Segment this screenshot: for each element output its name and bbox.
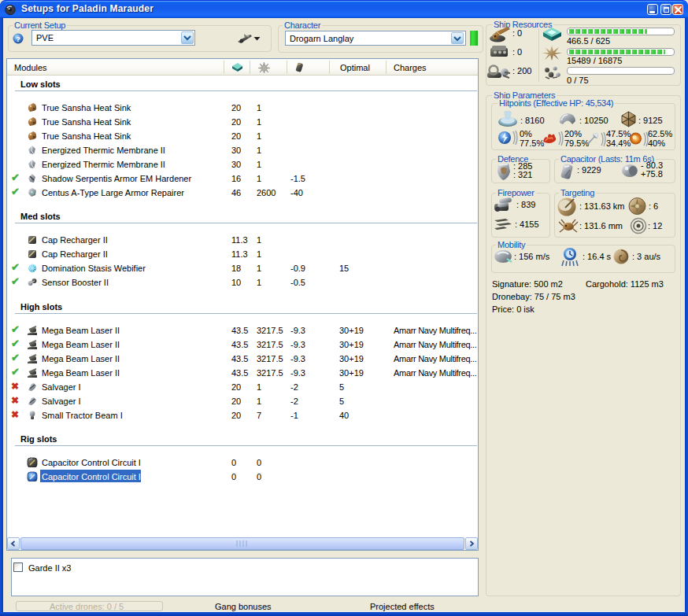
svg-text:?: ? [16,35,20,43]
